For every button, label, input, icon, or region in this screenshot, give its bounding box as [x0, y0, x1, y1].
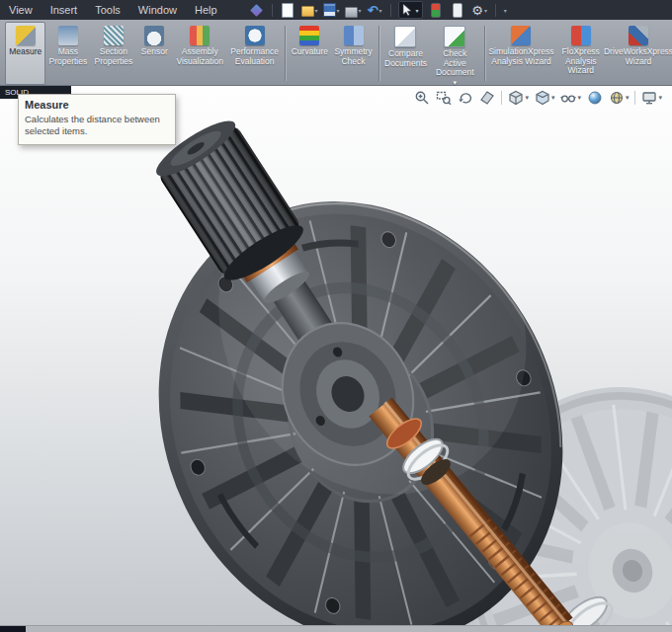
performance-evaluation-icon — [245, 26, 265, 45]
check-active-document-label: Check Active Document — [431, 49, 479, 78]
save-dropdown-arrow-icon[interactable]: ▾ — [337, 7, 340, 14]
toolbar-divider — [272, 4, 273, 17]
undo-icon[interactable]: ↶▾ — [367, 2, 383, 18]
bottom-strip — [0, 625, 672, 632]
view-settings-dropdown-icon[interactable]: ▾ — [658, 94, 662, 102]
section-properties-icon — [104, 26, 124, 45]
view-settings-icon[interactable]: ▾ — [641, 90, 662, 106]
performance-evaluation-label: Performance Evaluation — [229, 47, 279, 66]
curvature-button[interactable]: Curvature — [289, 22, 331, 85]
ribbon-separator — [285, 26, 286, 81]
edit-appearance-icon[interactable] — [587, 90, 603, 106]
apply-scene-icon[interactable]: ▾ — [609, 90, 630, 106]
new-document-icon[interactable] — [280, 2, 296, 18]
menu-help[interactable]: Help — [186, 0, 226, 20]
touch-mode-icon[interactable] — [450, 2, 466, 18]
compare-documents-icon — [394, 26, 416, 47]
symmetry-check-label: Symmetry Check — [333, 47, 374, 66]
display-style-icon[interactable]: ▾ — [535, 90, 555, 106]
cursor-arrow-icon — [402, 4, 413, 16]
driveworksxpress-icon — [629, 26, 648, 45]
check-active-dropdown-arrow-icon[interactable]: ▾ — [454, 79, 458, 86]
assembly-visualization-icon — [190, 26, 210, 45]
toolbar-divider — [390, 4, 391, 17]
ribbon-separator — [484, 26, 485, 81]
display-style-dropdown-icon[interactable]: ▾ — [551, 94, 555, 102]
mass-properties-icon — [58, 26, 78, 45]
apply-scene-dropdown-icon[interactable]: ▾ — [626, 94, 630, 102]
menu-bar: View Insert Tools Window Help ▾ ▾ ▾ ↶▾ ▾… — [0, 0, 672, 20]
model-canvas — [0, 86, 672, 625]
open-dropdown-arrow-icon[interactable]: ▾ — [315, 7, 318, 14]
compare-documents-label: Compare Documents — [384, 49, 427, 68]
simulationxpress-icon — [511, 26, 531, 45]
check-active-document-button[interactable]: Check Active Document ▾ — [429, 22, 481, 85]
select-dropdown-arrow-icon[interactable]: ▾ — [416, 7, 419, 14]
options-gear-icon[interactable]: ⚙▾ — [471, 2, 488, 18]
view-orientation-icon[interactable]: ▾ — [508, 90, 529, 106]
evaluate-ribbon: Measure Mass Properties Section Properti… — [0, 20, 672, 86]
simulationxpress-button[interactable]: SimulationXpress Analysis Wizard — [487, 22, 554, 85]
graphics-viewport[interactable]: SOLID Measure Calculates the distance be… — [0, 86, 672, 625]
measure-button[interactable]: Measure — [5, 22, 45, 85]
toolbar-divider — [495, 4, 496, 17]
select-tool-button[interactable]: ▾ — [398, 1, 423, 19]
zoom-area-icon[interactable] — [436, 90, 452, 106]
symmetry-check-icon — [344, 26, 364, 45]
hide-show-dropdown-icon[interactable]: ▾ — [577, 94, 581, 102]
sensor-label: Sensor — [141, 47, 168, 57]
assembly-visualization-label: Assembly Visualization — [174, 47, 225, 66]
floxpress-icon — [571, 26, 591, 45]
measure-tooltip: Measure Calculates the distance between … — [18, 94, 176, 145]
driveworksxpress-button[interactable]: DriveWorksXpress Wizard — [607, 22, 670, 85]
options-dropdown-arrow-icon[interactable]: ▾ — [484, 7, 487, 14]
rebuild-icon[interactable] — [428, 2, 445, 18]
symmetry-check-button[interactable]: Symmetry Check — [331, 22, 376, 85]
compare-documents-button[interactable]: Compare Documents — [382, 22, 429, 85]
sensor-icon — [144, 26, 164, 45]
ribbon-separator — [378, 26, 379, 81]
floxpress-button[interactable]: FloXpress Analysis Wizard — [554, 22, 607, 85]
floxpress-label: FloXpress Analysis Wizard — [556, 47, 605, 76]
simulationxpress-label: SimulationXpress Analysis Wizard — [488, 47, 553, 66]
mass-properties-label: Mass Properties — [47, 47, 88, 66]
solidworks-window: View Insert Tools Window Help ▾ ▾ ▾ ↶▾ ▾… — [0, 0, 672, 632]
section-properties-button[interactable]: Section Properties — [90, 22, 136, 85]
curvature-icon — [299, 26, 319, 45]
tooltip-body: Calculates the distance between selected… — [25, 114, 169, 138]
headsup-separator — [634, 91, 635, 105]
driveworksxpress-label: DriveWorksXpress Wizard — [604, 47, 672, 66]
section-properties-label: Section Properties — [92, 47, 134, 66]
headsup-separator — [501, 91, 502, 105]
print-icon[interactable]: ▾ — [345, 2, 362, 18]
performance-evaluation-button[interactable]: Performance Evaluation — [227, 22, 281, 85]
menu-view[interactable]: View — [0, 0, 42, 20]
measure-icon — [16, 26, 36, 45]
check-active-document-icon — [444, 26, 465, 47]
shortcut-icon[interactable] — [248, 2, 265, 18]
undo-dropdown-arrow-icon[interactable]: ▾ — [379, 7, 382, 14]
section-view-icon[interactable] — [479, 90, 495, 106]
menu-window[interactable]: Window — [129, 0, 186, 20]
tooltip-title: Measure — [25, 99, 169, 111]
measure-label: Measure — [9, 47, 42, 57]
quick-access-toolbar: ▾ ▾ ▾ ↶▾ ▾ ⚙▾ ▾ — [248, 1, 507, 19]
curvature-label: Curvature — [292, 47, 328, 57]
print-dropdown-arrow-icon[interactable]: ▾ — [359, 7, 362, 14]
menu-insert[interactable]: Insert — [42, 0, 87, 20]
previous-view-icon[interactable] — [458, 90, 473, 106]
mass-properties-button[interactable]: Mass Properties — [45, 22, 90, 85]
toolbar-overflow-icon[interactable]: ▾ — [504, 7, 507, 14]
taskbar-corner — [0, 626, 26, 632]
menu-tools[interactable]: Tools — [86, 0, 129, 20]
hide-show-items-icon[interactable]: ▾ — [560, 90, 581, 106]
zoom-fit-icon[interactable] — [414, 90, 430, 106]
open-document-icon[interactable]: ▾ — [301, 2, 318, 18]
headsup-view-toolbar: ▾ ▾ ▾ ▾ ▾ — [414, 90, 662, 106]
view-orientation-dropdown-icon[interactable]: ▾ — [525, 94, 529, 102]
assembly-visualization-button[interactable]: Assembly Visualization — [172, 22, 227, 85]
save-icon[interactable]: ▾ — [323, 2, 340, 18]
sensor-button[interactable]: Sensor — [136, 22, 172, 85]
